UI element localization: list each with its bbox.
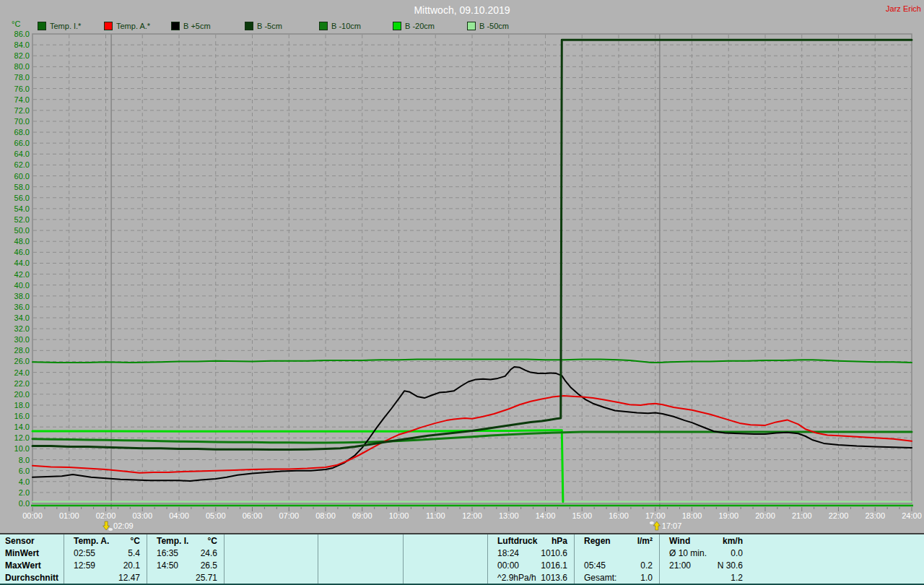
table-cell: [575, 547, 659, 559]
cell-text: 05:45: [575, 560, 606, 571]
y-tick-label: 78.0: [14, 73, 30, 82]
table-cell: Ø 10 min.0.0: [660, 547, 749, 559]
y-tick-label: 16.0: [14, 412, 30, 420]
cell-value: 5.4: [128, 548, 147, 558]
table-row-labels: SensorMinWertMaxWertDurchschnitt: [0, 534, 64, 584]
cell-value: 0.2: [640, 560, 659, 571]
cell-value: 24.6: [201, 548, 224, 558]
x-tick-label: 06:00: [243, 511, 263, 520]
x-tick-label: 13:00: [499, 511, 519, 520]
table-cell: [225, 559, 318, 571]
cell-text: Gesamt:: [575, 573, 616, 583]
y-tick-label: 44.0: [14, 259, 30, 267]
y-tick-label: 80.0: [14, 62, 30, 71]
y-tick-label: 26.0: [14, 357, 30, 365]
table-cell: 05:450.2: [575, 559, 659, 571]
x-tick-label: 01:00: [59, 511, 79, 520]
x-tick-label: 11:00: [426, 511, 445, 520]
event-marker-time: 02:09: [113, 521, 134, 530]
temperature-chart: 0.02.04.06.08.010.012.014.016.018.020.02…: [0, 0, 924, 534]
x-tick-label: 09:00: [352, 511, 372, 520]
y-tick-label: 46.0: [14, 248, 30, 256]
y-tick-label: 76.0: [14, 84, 30, 93]
x-tick-label: 03:00: [132, 511, 152, 520]
cell-text: 12:59: [64, 560, 95, 571]
y-tick-label: 2.0: [19, 488, 30, 497]
table-column-temp-i: Temp. I.°C16:3524.614:5026.525.71: [147, 534, 224, 584]
y-tick-label: 64.0: [14, 150, 30, 158]
table-cell: 00:001016.1: [488, 559, 574, 571]
x-tick-label: 10:00: [389, 511, 409, 520]
y-tick-label: 86.0: [14, 30, 30, 38]
cell-text: Temp. I.: [147, 536, 188, 546]
table-column-temp-a: Temp. A.°C02:555.412:5920.112.47: [64, 534, 147, 584]
cell-value: 1010.6: [541, 548, 574, 558]
y-tick-label: 30.0: [14, 335, 30, 344]
cell-text: 14:50: [147, 560, 178, 571]
cell-value: 1.0: [640, 573, 659, 583]
x-tick-label: 12:00: [462, 511, 482, 520]
x-tick-label: 21:00: [792, 511, 812, 520]
x-tick-label: 22:00: [829, 511, 849, 520]
y-tick-label: 32.0: [14, 324, 30, 333]
cell-text: 16:35: [147, 548, 178, 558]
cell-value: km/h: [723, 536, 749, 546]
cell-value: 20.1: [123, 560, 147, 571]
table-column-empty-3: [318, 534, 403, 584]
cell-value: °C: [208, 536, 224, 546]
table-cell: [318, 559, 403, 571]
table-cell: [225, 547, 318, 559]
y-tick-label: 36.0: [14, 303, 30, 311]
x-tick-label: 20:00: [755, 511, 775, 520]
y-tick-label: 8.0: [19, 456, 30, 464]
y-tick-label: 70.0: [14, 117, 30, 126]
x-tick-label: 19:00: [718, 511, 738, 520]
y-tick-label: 72.0: [14, 106, 30, 115]
y-tick-label: 40.0: [14, 281, 30, 290]
table-column-header: [404, 534, 487, 547]
y-tick-label: 66.0: [14, 139, 30, 147]
y-tick-label: 12.0: [14, 433, 30, 442]
cell-text: 02:55: [64, 548, 95, 558]
x-tick-label: 17:00: [645, 511, 666, 520]
y-tick-label: 58.0: [14, 183, 30, 191]
cell-value: 26.5: [201, 560, 224, 571]
y-tick-label: 42.0: [14, 270, 30, 279]
table-cell: [404, 547, 487, 559]
table-column-header: LuftdruckhPa: [488, 534, 574, 547]
y-tick-label: 62.0: [14, 160, 30, 169]
y-tick-label: 38.0: [14, 292, 30, 300]
stats-table: SensorMinWertMaxWertDurchschnittTemp. A.…: [0, 533, 924, 585]
cell-text: 21:00: [660, 560, 691, 571]
cell-value: hPa: [552, 536, 574, 546]
table-column-wind: Windkm/hØ 10 min.0.021:00N 30.61.2: [659, 534, 749, 584]
y-tick-label: 14.0: [14, 422, 30, 431]
x-tick-label: 18:00: [682, 511, 702, 520]
table-column-header: [318, 534, 403, 547]
y-tick-label: 10.0: [14, 444, 30, 453]
event-marker-time: 17:07: [662, 521, 682, 530]
x-tick-label: 02:00: [96, 511, 116, 520]
table-cell: Gesamt:1.0: [575, 571, 659, 584]
x-tick-label: 05:00: [206, 511, 226, 520]
y-tick-label: 34.0: [14, 313, 30, 322]
y-tick-label: 48.0: [14, 237, 30, 246]
table-column-header: Temp. A.°C: [64, 534, 147, 547]
x-tick-label: 15:00: [572, 511, 592, 520]
x-tick-label: 14:00: [536, 511, 556, 520]
table-column-luftdruck: LuftdruckhPa18:241010.600:001016.1^2.9hP…: [487, 534, 574, 584]
x-tick-label: 08:00: [315, 511, 336, 520]
y-tick-label: 0.0: [19, 499, 30, 508]
up-arrow-marker: 17:07: [649, 521, 681, 531]
table-column-header: Temp. I.°C: [147, 534, 224, 547]
table-row-label: Sensor: [0, 534, 64, 547]
table-column-header: [225, 534, 318, 547]
table-cell: ^2.9hPa/h1013.6: [488, 571, 574, 584]
table-filler: [749, 534, 924, 584]
table-row-label: MinWert: [0, 547, 64, 559]
y-tick-label: 50.0: [14, 226, 30, 235]
table-cell: [225, 571, 318, 584]
y-tick-label: 56.0: [14, 194, 30, 202]
y-tick-label: 84.0: [14, 40, 30, 49]
cell-text: Luftdruck: [488, 536, 537, 546]
